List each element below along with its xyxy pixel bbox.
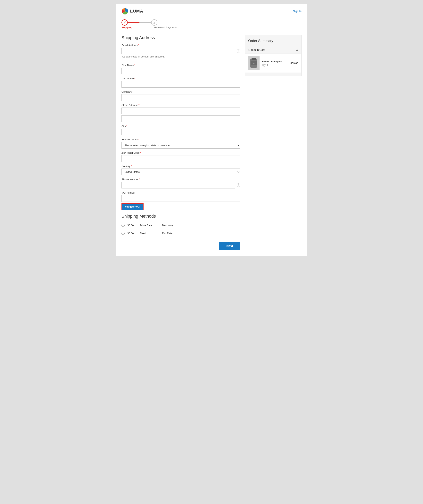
- order-summary-box: Order Summary 1 Item in Cart ∧: [245, 35, 301, 76]
- method-price-0: $0.00: [127, 224, 137, 227]
- item-image-0: [248, 56, 259, 70]
- last-name-label: Last Name*: [122, 77, 240, 80]
- form-section: Shipping Address Email Address* ? You ca…: [122, 35, 240, 250]
- form-actions: Next: [122, 242, 240, 250]
- method-name-1: Fixed: [140, 232, 159, 235]
- checkmark-icon: ✓: [123, 21, 126, 24]
- order-summary-header: 1 Item in Cart ∧: [248, 46, 298, 54]
- step-line: [128, 22, 151, 23]
- first-name-input[interactable]: [122, 68, 240, 74]
- method-carrier-0: Best Way: [162, 224, 173, 227]
- header: LUMA Sign In: [116, 4, 307, 17]
- email-label: Email Address*: [122, 44, 240, 47]
- divider1: [122, 61, 240, 61]
- zip-group: Zip/Postal Code*: [122, 151, 240, 162]
- vat-group: VAT number: [122, 191, 240, 202]
- phone-group: Phone Number* ?: [122, 178, 240, 188]
- logo: LUMA: [122, 8, 143, 15]
- country-label: Country*: [122, 165, 240, 168]
- backpack-icon: [249, 57, 259, 69]
- progress-steps: ✓ 2: [116, 17, 307, 26]
- shipping-method-row-1: $0.00 Fixed Flat Rate: [122, 229, 240, 237]
- item-qty-0: Qty: 1: [262, 64, 288, 66]
- city-group: City*: [122, 125, 240, 135]
- svg-rect-4: [252, 62, 256, 62]
- item-price-0: $59.00: [290, 62, 298, 65]
- next-button[interactable]: Next: [219, 242, 240, 250]
- company-label: Company: [122, 90, 240, 93]
- shipping-method-radio-1[interactable]: [122, 232, 125, 235]
- first-name-group: First Name*: [122, 64, 240, 74]
- method-name-0: Table Rate: [140, 224, 159, 227]
- street-input-1[interactable]: [122, 108, 240, 114]
- validate-vat-button[interactable]: Validate VAT: [122, 203, 144, 210]
- svg-point-5: [253, 63, 254, 64]
- company-group: Company: [122, 90, 240, 101]
- main-layout: Shipping Address Email Address* ? You ca…: [116, 32, 307, 256]
- city-input[interactable]: [122, 129, 240, 135]
- phone-help-icon[interactable]: ?: [237, 183, 240, 187]
- first-name-label: First Name*: [122, 64, 240, 67]
- shipping-method-radio-0[interactable]: [122, 224, 125, 227]
- vat-input[interactable]: [122, 195, 240, 202]
- country-group: Country* United States: [122, 165, 240, 175]
- steps-labels: Shipping Review & Payments: [116, 26, 307, 32]
- email-help-icon[interactable]: ?: [237, 49, 240, 53]
- item-details-0: Fusion Backpack Qty: 1: [262, 60, 288, 66]
- logo-text: LUMA: [130, 9, 143, 14]
- city-label: City*: [122, 125, 240, 128]
- step2-circle: 2: [151, 19, 157, 26]
- svg-rect-3: [251, 61, 257, 65]
- step2-number: 2: [153, 21, 155, 24]
- vat-label: VAT number: [122, 191, 240, 194]
- email-group: Email Address* ? You can create an accou…: [122, 44, 240, 58]
- zip-label: Zip/Postal Code*: [122, 151, 240, 154]
- step1-label: Shipping: [122, 26, 134, 29]
- luma-logo-icon: [122, 8, 129, 15]
- zip-input[interactable]: [122, 155, 240, 162]
- shipping-methods-list: $0.00 Table Rate Best Way $0.00 Fixed Fl…: [122, 221, 240, 237]
- item-name-0: Fusion Backpack: [262, 60, 288, 63]
- method-price-1: $0.00: [127, 232, 137, 235]
- order-item-0: Fusion Backpack Qty: 1 $59.00: [248, 56, 298, 70]
- chevron-up-icon[interactable]: ∧: [296, 48, 298, 52]
- step2-label: Review & Payments: [154, 26, 180, 29]
- step1-circle: ✓: [122, 19, 128, 26]
- company-input[interactable]: [122, 94, 240, 101]
- email-input[interactable]: [122, 48, 235, 54]
- street-group: Street Address*: [122, 104, 240, 122]
- method-carrier-1: Flat Rate: [162, 232, 172, 235]
- state-label: State/Province*: [122, 138, 240, 141]
- country-select[interactable]: United States: [122, 168, 240, 175]
- phone-input[interactable]: [122, 182, 235, 188]
- street-label: Street Address*: [122, 104, 240, 107]
- last-name-input[interactable]: [122, 81, 240, 88]
- street-input-2[interactable]: [122, 115, 240, 122]
- phone-label: Phone Number*: [122, 178, 240, 181]
- page-container: LUMA Sign In ✓ 2 Shipping Review & Payme…: [116, 4, 307, 256]
- svg-rect-2: [252, 58, 256, 60]
- shipping-method-row-0: $0.00 Table Rate Best Way: [122, 221, 240, 229]
- account-note: You can create an account after checkout…: [122, 55, 240, 58]
- state-group: State/Province* Please select a region, …: [122, 138, 240, 149]
- sign-in-link[interactable]: Sign In: [293, 10, 301, 13]
- order-items-list: Fusion Backpack Qty: 1 $59.00: [245, 54, 301, 72]
- items-in-cart-label: 1 Item in Cart: [248, 48, 265, 51]
- state-select[interactable]: Please select a region, state or provinc…: [122, 142, 240, 149]
- order-summary-title: Order Summary: [248, 39, 298, 43]
- shipping-methods-title: Shipping Methods: [122, 214, 240, 219]
- vat-section: VAT number Validate VAT: [122, 191, 240, 210]
- order-summary-section: Order Summary 1 Item in Cart ∧: [245, 35, 301, 76]
- shipping-address-title: Shipping Address: [122, 35, 240, 40]
- last-name-group: Last Name*: [122, 77, 240, 88]
